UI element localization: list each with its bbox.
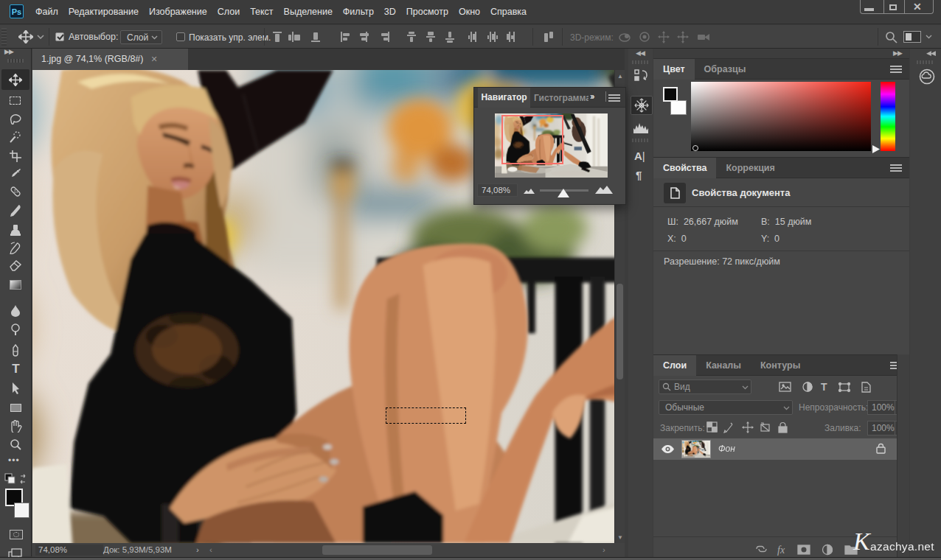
svg-text:T: T: [821, 382, 827, 393]
svg-text:fx: fx: [777, 545, 785, 556]
